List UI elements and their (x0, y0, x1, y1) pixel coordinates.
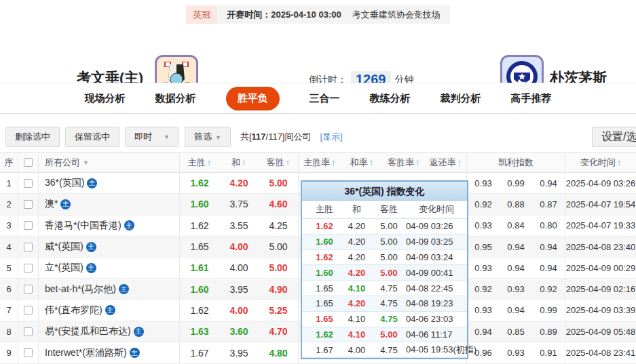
row-checkbox-cell (18, 300, 39, 321)
venue: 考文垂建筑协会竞技场 (352, 9, 441, 20)
kelly-cell: 0.94 (532, 258, 565, 278)
kelly-cell: 0.92 (467, 194, 500, 214)
popup-odds-cell: 4.20 (341, 298, 372, 308)
home-badge-icon: 主 (60, 199, 71, 209)
company-cell[interactable]: 香港马*(中国香港)主 (39, 216, 180, 236)
popup-odds-cell: 4.10 (341, 329, 372, 340)
row-index: 5 (0, 258, 18, 278)
popup-odds-cell: 5.00 (372, 221, 406, 231)
change-time-cell: 2025-04-09 03:26 (565, 173, 636, 193)
kelly-cell: 0.94 (467, 321, 500, 342)
tab-6[interactable]: 高手推荐 (511, 92, 552, 105)
company-name: Interwet*(塞浦路斯) (45, 347, 127, 359)
row-checkbox[interactable] (24, 285, 33, 294)
company-count: 共[117/117]间公司 (240, 131, 312, 143)
header-return-rate[interactable]: 返还率 ↑ (425, 153, 467, 172)
row-checkbox-cell (18, 237, 39, 257)
filter-dropdown-label: 筛选 (194, 132, 212, 142)
popup-row: 1.624.105.0004-06 11:17 (302, 327, 467, 343)
company-cell[interactable]: 伟*(直布罗陀)主 (39, 300, 180, 321)
popup-time-cell: 04-09 03:26 (406, 221, 467, 231)
instant-dropdown[interactable]: 即时 ▼ (125, 127, 179, 147)
home-badge-icon: 主 (86, 263, 96, 273)
odds-cell: 1.67 (180, 342, 219, 363)
odds-cell: 1.62 (180, 216, 219, 236)
odds-cell: 1.62 (180, 300, 219, 321)
company-cell[interactable]: 36*(英国)主 (39, 173, 180, 193)
company-cell[interactable]: Interwet*(塞浦路斯)主 (39, 342, 180, 363)
company-cell[interactable]: 澳*主 (39, 194, 180, 214)
popup-row: 1.604.205.0004-09 03:25 (302, 235, 467, 250)
delete-selected-button[interactable]: 删除选中 (5, 127, 60, 147)
settings-button[interactable]: 设置/选 (592, 127, 636, 147)
league-badge: 英冠 (186, 5, 217, 24)
popup-odds-cell: 1.65 (307, 298, 341, 308)
row-checkbox-cell (18, 279, 39, 299)
tab-bar: 现场分析数据分析胜平负三合一教练分析裁判分析高手推荐 (0, 83, 636, 114)
kelly-cell: 0.80 (532, 216, 565, 236)
header-home-rate[interactable]: 主胜率 ↑ (299, 153, 341, 172)
company-name: 立*(英国) (45, 262, 83, 274)
popup-odds-cell: 1.62 (307, 221, 341, 231)
row-index: 1 (0, 173, 18, 193)
kelly-cell: 0.95 (467, 237, 500, 257)
sort-asc-icon: ↑ (242, 157, 246, 167)
filter-triangle-icon: ▼ (83, 159, 89, 166)
row-checkbox[interactable] (24, 243, 33, 251)
header-home-odds[interactable]: 主胜 ↑ (180, 153, 219, 172)
match-info-bar: 英冠 开赛时间：2025-04-10 03:00考文垂建筑协会竞技场 (0, 5, 636, 24)
change-time-cell: 2025-04-08 23:40 (565, 237, 636, 257)
kelly-cell: 0.93 (467, 173, 500, 193)
odds-cell: 3.60 (219, 321, 259, 342)
tab-3[interactable]: 三合一 (310, 92, 340, 105)
tab-5[interactable]: 裁判分析 (441, 92, 481, 105)
header-change-time[interactable]: 变化时间 ↑ (565, 153, 636, 172)
popup-time-cell: 04-09 00:41 (406, 268, 467, 278)
select-all-checkbox[interactable] (24, 158, 33, 167)
kelly-cell: 0.84 (500, 216, 532, 236)
row-checkbox[interactable] (24, 179, 33, 188)
header-checkbox-cell (18, 153, 39, 172)
keep-selected-button[interactable]: 保留选中 (65, 127, 119, 147)
kelly-cell: 0.94 (500, 300, 532, 321)
company-cell[interactable]: bet-at-h*(马尔他)主 (39, 279, 180, 299)
odds-cell: 5.25 (259, 300, 299, 321)
header-away-rate[interactable]: 客胜率 ↑ (383, 153, 425, 172)
company-cell[interactable]: 易*(安提瓜和巴布达)主 (39, 321, 180, 342)
kelly-cell: 0.87 (532, 194, 565, 214)
popup-time-cell: 04-09 03:24 (406, 252, 467, 262)
row-checkbox[interactable] (24, 348, 33, 357)
change-time-cell: 2025-04-09 02:16 (565, 279, 636, 299)
kelly-cell: 0.93 (467, 258, 500, 278)
company-cell[interactable]: 立*(英国)主 (39, 258, 180, 278)
header-company[interactable]: 所有公司 ▼ (39, 153, 180, 172)
row-checkbox[interactable] (24, 200, 33, 209)
row-index: 4 (0, 237, 18, 257)
odds-cell: 3.95 (219, 279, 259, 299)
kelly-cell: 0.93 (467, 216, 500, 236)
tab-4[interactable]: 教练分析 (370, 92, 411, 105)
filter-dropdown[interactable]: 筛选▼ (185, 127, 231, 147)
header-draw-rate[interactable]: 和率 ↑ (341, 153, 383, 172)
row-checkbox[interactable] (24, 327, 33, 336)
odds-table-header: 序 所有公司 ▼ 主胜 ↑ 和 ↑ 客胜 ↑ 主胜率 ↑ 和率 ↑ 客胜率 (0, 152, 636, 173)
tab-2[interactable]: 胜平负 (226, 87, 280, 110)
header-draw-odds[interactable]: 和 ↑ (219, 153, 259, 172)
show-link[interactable]: [显示] (320, 131, 342, 143)
header-away-odds[interactable]: 客胜 ↑ (259, 153, 299, 172)
row-checkbox[interactable] (24, 306, 33, 315)
company-cell[interactable]: 威*(英国)主 (39, 237, 180, 257)
popup-header: 主胜 和 客胜 变化时间 (302, 201, 467, 219)
row-checkbox-cell (18, 321, 39, 342)
tab-1[interactable]: 数据分析 (155, 92, 196, 105)
odds-cell: 4.20 (219, 173, 259, 193)
popup-odds-cell: 1.67 (307, 345, 341, 355)
tab-0[interactable]: 现场分析 (85, 92, 126, 105)
odds-cell: 4.70 (259, 321, 299, 342)
row-checkbox[interactable] (24, 264, 33, 272)
row-checkbox[interactable] (24, 221, 33, 230)
change-time-cell: 2025-04-08 23:41 (565, 342, 636, 363)
popup-odds-cell: 1.65 (307, 283, 341, 294)
odds-cell: 4.90 (259, 279, 299, 299)
kelly-cell: 0.99 (500, 173, 532, 193)
